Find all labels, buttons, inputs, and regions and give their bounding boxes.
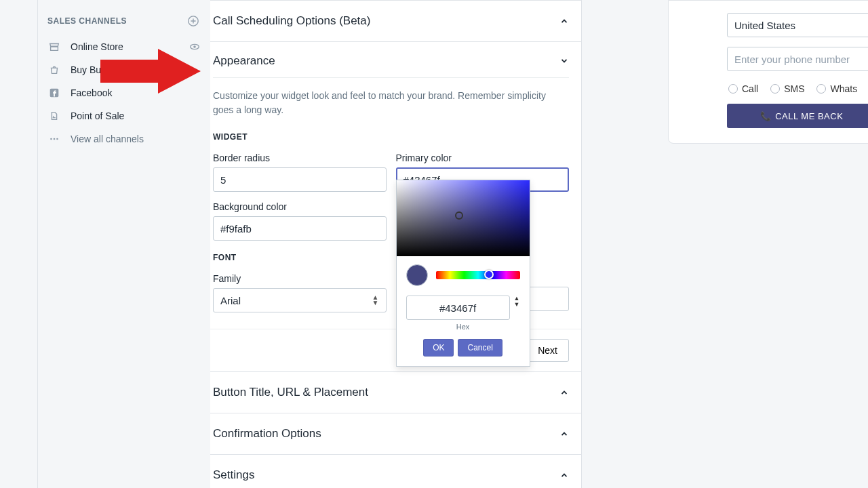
preview-option-sms[interactable]: SMS [770,83,804,94]
section-header-settings[interactable]: Settings [210,455,581,488]
section-title: Call Scheduling Options (Beta) [213,14,370,28]
sidebar-item-label: View all channels [71,134,144,144]
bag-icon [47,63,61,77]
hex-input[interactable] [406,296,510,320]
store-icon [47,40,61,54]
section-title: Appearance [213,54,275,68]
preview-contact-options: Call SMS Whats [727,81,868,104]
format-stepper[interactable]: ▲▼ [514,296,520,308]
preview-country-value: United States [734,20,795,31]
family-label: Family [213,273,387,284]
hex-label: Hex [397,323,530,331]
svg-point-5 [54,138,56,140]
section-header-appearance[interactable]: Appearance [210,42,581,77]
section-title: Confirmation Options [213,427,321,441]
chevron-down-icon [559,56,569,66]
picker-cancel-button[interactable]: Cancel [458,339,502,357]
widget-preview: United States Enter your phone number Ca… [668,0,868,144]
chevron-up-icon [559,16,569,26]
preview-cta-button[interactable]: 📞 CALL ME BACK [727,104,868,128]
next-button[interactable]: Next [526,339,569,362]
sidebar-heading-row: SALES CHANNELS [38,0,210,35]
section-header-confirmation[interactable]: Confirmation Options [210,413,581,454]
picker-ok-button[interactable]: OK [423,339,454,357]
sv-panel[interactable] [397,180,530,256]
svg-point-4 [50,138,52,140]
border-radius-label: Border radius [213,152,387,163]
preview-phone-placeholder: Enter your phone number [734,54,850,65]
facebook-icon [47,86,61,100]
preview-phone-input[interactable]: Enter your phone number [727,47,868,71]
section-title: Button Title, URL & Placement [213,386,368,399]
color-swatch [406,264,428,286]
pos-icon [47,109,61,123]
svg-point-6 [56,138,58,140]
section-header-button-title[interactable]: Button Title, URL & Placement [210,372,581,413]
sidebar-item-view-all[interactable]: View all channels [38,127,210,150]
section-appearance: Appearance Customize your widget look an… [210,41,582,372]
section-settings: Settings [210,454,582,488]
color-picker-popover: ▲▼ Hex OK Cancel [396,180,530,367]
widget-subhead: WIDGET [213,132,569,142]
font-family-value: Arial [220,295,241,306]
divider [213,77,569,78]
sidebar-heading: SALES CHANNELS [47,16,127,26]
sidebar-item-label: Point of Sale [71,110,124,121]
primary-color-label: Primary color [396,152,570,163]
border-radius-input[interactable] [213,167,387,192]
section-title: Settings [213,468,254,482]
sidebar-item-point-of-sale[interactable]: Point of Sale [38,104,210,127]
phone-icon: 📞 [760,111,772,121]
hue-handle[interactable] [484,270,494,279]
preview-option-call[interactable]: Call [728,83,758,94]
svg-marker-7 [100,49,201,94]
preview-country-select[interactable]: United States [727,13,868,37]
chevron-up-icon [559,429,569,439]
sv-handle[interactable] [455,211,463,220]
section-call-scheduling: Call Scheduling Options (Beta) [210,0,582,42]
add-channel-icon[interactable] [187,15,199,27]
section-button-title: Button Title, URL & Placement [210,371,582,413]
select-arrows-icon: ▲▼ [372,295,379,306]
chevron-up-icon [559,470,569,480]
hue-slider[interactable] [436,271,520,279]
preview-cta-label: CALL ME BACK [775,111,843,121]
ellipsis-icon [47,132,61,146]
font-family-select[interactable]: Arial ▲▼ [213,288,387,312]
background-color-label: Background color [213,201,387,212]
section-header-call-scheduling[interactable]: Call Scheduling Options (Beta) [210,1,581,41]
annotation-arrow-icon [100,47,202,95]
preview-option-whatsapp[interactable]: Whats [816,83,857,94]
appearance-description: Customize your widget look and feel to m… [213,89,569,117]
section-confirmation: Confirmation Options [210,413,582,455]
background-color-input[interactable] [213,216,387,241]
chevron-up-icon [559,388,569,397]
